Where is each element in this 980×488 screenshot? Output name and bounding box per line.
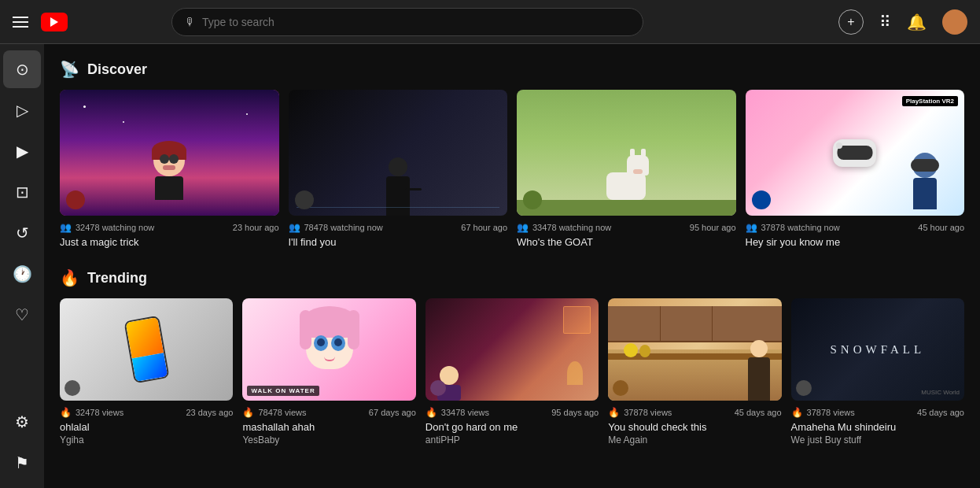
music-world-badge: MUSIC World — [921, 389, 960, 396]
channel-avatar-t1 — [64, 380, 80, 396]
time-2: 67 hour ago — [461, 223, 507, 232]
trending-section-header: 🔥 Trending — [60, 268, 964, 287]
discover-card-3[interactable]: 👥 33478 watching now 95 hour ago Who's t… — [517, 90, 736, 250]
sidebar-item-shorts[interactable]: ▷ — [3, 91, 41, 129]
trend-icon-3: 🔥 — [426, 407, 437, 418]
channel-t5: We just Buy stuff — [791, 434, 964, 445]
meta-left-2: 👥 78478 watching now — [289, 222, 383, 233]
search-input[interactable] — [202, 16, 630, 28]
trending-meta-5: 🔥 37878 views 45 days ago — [791, 407, 964, 418]
thumbnail-1 — [60, 90, 279, 216]
thumb-t5: SNOWFALL MUSIC World — [791, 298, 964, 401]
ps-badge: PlayStation VR2 — [902, 96, 958, 106]
channel-avatar-2 — [295, 190, 314, 209]
time-3: 95 hour ago — [690, 223, 736, 232]
trend-meta-left-5: 🔥 37878 views — [791, 407, 855, 418]
channel-t4: Me Again — [608, 434, 781, 445]
youtube-logo[interactable] — [41, 13, 68, 31]
user-avatar[interactable] — [942, 9, 967, 35]
discover-card-1[interactable]: 👥 32478 watching now 23 hour ago Just a … — [60, 90, 279, 250]
trend-meta-left-3: 🔥 33478 views — [426, 407, 489, 418]
meta-left-1: 👥 32478 watching now — [60, 222, 154, 233]
trending-meta-3: 🔥 33478 views 95 days ago — [426, 407, 599, 418]
discover-card-2[interactable]: 👥 78478 watching now 67 hour ago I'll fi… — [289, 90, 508, 250]
meta-left-3: 👥 33478 watching now — [517, 222, 611, 233]
create-button[interactable]: + — [838, 9, 864, 35]
channel-t1: Ygiha — [60, 434, 233, 445]
watch-count-4: 37878 watching now — [761, 223, 840, 232]
time-t2: 67 days ago — [369, 408, 416, 417]
discover-meta-3: 👥 33478 watching now 95 hour ago — [517, 222, 736, 233]
sidebar-item-library[interactable]: ⊡ — [3, 173, 41, 211]
watch-count-1: 32478 watching now — [76, 223, 154, 232]
trending-card-3[interactable]: 🔥 33478 views 95 days ago Don't go hard … — [426, 298, 599, 445]
sidebar: ⊙ ▷ ▶ ⊡ ↺ 🕐 ♡ ⚙ ⚑ — [0, 44, 44, 488]
thumb-t4 — [608, 298, 781, 401]
channel-t2: YesBaby — [242, 434, 415, 445]
trend-meta-left-2: 🔥 78478 views — [242, 407, 306, 418]
trend-icon-4: 🔥 — [608, 407, 620, 418]
discover-meta-1: 👥 32478 watching now 23 hour ago — [60, 222, 279, 233]
live-icon-2: 👥 — [289, 222, 300, 233]
trend-meta-left-1: 🔥 32478 views — [60, 407, 123, 418]
thumbnail-2 — [289, 90, 508, 216]
live-icon-4: 👥 — [746, 222, 757, 233]
trending-card-1[interactable]: 🔥 32478 views 23 days ago ohlalal Ygiha — [60, 298, 233, 445]
video-title-3: Who's the GOAT — [517, 236, 736, 248]
top-navigation: 🎙 + ⠿ 🔔 — [0, 0, 980, 44]
yt-logo-icon — [41, 13, 68, 31]
trending-icon: 🔥 — [60, 268, 79, 287]
grid-icon[interactable]: ⠿ — [879, 13, 891, 31]
mic-icon[interactable]: 🎙 — [185, 16, 196, 28]
content-area: 📡 Discover — [44, 44, 980, 488]
sidebar-item-watch-later[interactable]: 🕐 — [3, 255, 41, 293]
sidebar-item-subscriptions[interactable]: ▶ — [3, 132, 41, 170]
main-layout: ⊙ ▷ ▶ ⊡ ↺ 🕐 ♡ ⚙ ⚑ 📡 Discover — [0, 44, 980, 488]
sidebar-item-history[interactable]: ↺ — [3, 214, 41, 252]
trending-meta-1: 🔥 32478 views 23 days ago — [60, 407, 233, 418]
trending-card-5[interactable]: SNOWFALL MUSIC World 🔥 37878 views 45 da… — [791, 298, 964, 445]
trending-card-4[interactable]: 🔥 37878 views 45 days ago You should che… — [608, 298, 781, 445]
video-title-1: Just a magic trick — [60, 236, 279, 248]
hamburger-menu[interactable] — [13, 17, 28, 28]
view-count-t5: 37878 views — [807, 408, 855, 417]
sidebar-item-liked[interactable]: ♡ — [3, 296, 41, 334]
time-4: 45 hour ago — [918, 223, 964, 232]
discover-card-4[interactable]: PlayStation VR2 👥 37878 watching now 45 … — [746, 90, 965, 250]
trend-meta-left-4: 🔥 37878 views — [608, 407, 672, 418]
trending-title: Trending — [87, 270, 147, 287]
view-count-t1: 32478 views — [76, 408, 123, 417]
trending-card-2[interactable]: WALK ON WATER 🔥 78478 views 67 days ago … — [242, 298, 415, 445]
thumb-t2: WALK ON WATER — [242, 298, 415, 401]
video-title-4: Hey sir you know me — [746, 236, 965, 248]
video-title-t1: ohlalal — [60, 421, 233, 433]
trending-grid: 🔥 32478 views 23 days ago ohlalal Ygiha — [60, 298, 964, 445]
snowfall-text: SNOWFALL — [831, 343, 926, 357]
walk-on-water-badge: WALK ON WATER — [247, 386, 319, 396]
thumb-t1 — [60, 298, 233, 401]
video-title-2: I'll find you — [289, 236, 508, 248]
sidebar-item-settings[interactable]: ⚙ — [3, 403, 41, 441]
time-t4: 45 days ago — [735, 408, 782, 417]
channel-avatar-1 — [66, 190, 85, 209]
time-1: 23 hour ago — [233, 223, 279, 232]
sidebar-item-home[interactable]: ⊙ — [3, 50, 41, 88]
video-title-t3: Don't go hard on me — [426, 421, 599, 433]
trending-meta-2: 🔥 78478 views 67 days ago — [242, 407, 415, 418]
discover-section-header: 📡 Discover — [60, 60, 964, 79]
watch-count-2: 78478 watching now — [304, 223, 383, 232]
notifications-icon[interactable]: 🔔 — [907, 13, 927, 31]
sidebar-item-report[interactable]: ⚑ — [3, 444, 41, 482]
discover-meta-2: 👥 78478 watching now 67 hour ago — [289, 222, 508, 233]
watch-count-3: 33478 watching now — [532, 223, 611, 232]
live-icon-3: 👥 — [517, 222, 529, 233]
view-count-t4: 37878 views — [624, 408, 672, 417]
discover-meta-4: 👥 37878 watching now 45 hour ago — [746, 222, 965, 233]
thumb-t3 — [426, 298, 599, 401]
channel-t3: antiPHP — [426, 434, 599, 445]
trending-meta-4: 🔥 37878 views 45 days ago — [608, 407, 781, 418]
meta-left-4: 👥 37878 watching now — [746, 222, 840, 233]
channel-avatar-t3 — [430, 380, 446, 396]
thumbnail-4: PlayStation VR2 — [746, 90, 965, 216]
time-t1: 23 days ago — [186, 408, 233, 417]
